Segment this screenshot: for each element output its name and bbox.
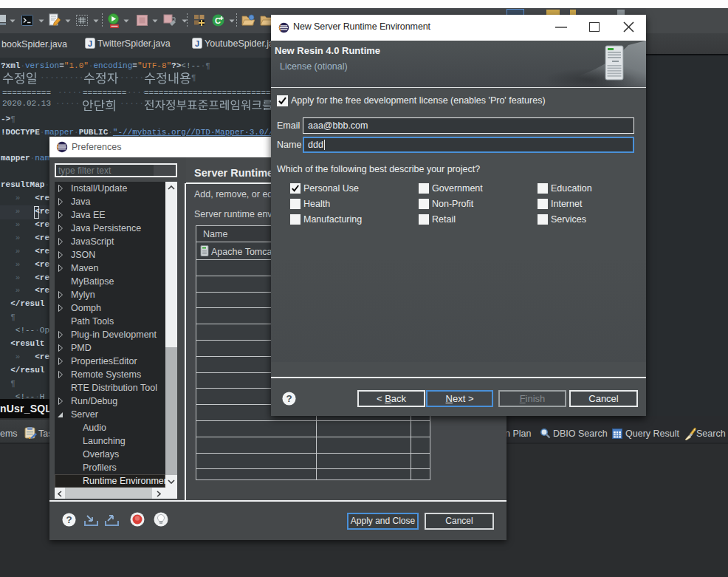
svg-text:C: C	[215, 16, 221, 25]
svg-text:J: J	[88, 39, 92, 48]
svg-text:?: ?	[66, 514, 72, 525]
svg-text:J: J	[195, 39, 199, 48]
svg-text:?: ?	[286, 393, 292, 404]
